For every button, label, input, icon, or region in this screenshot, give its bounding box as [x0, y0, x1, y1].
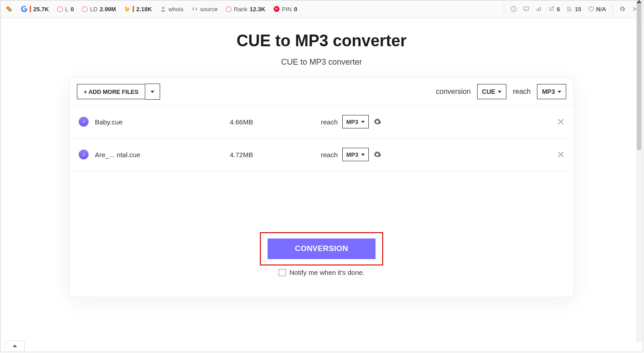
converter-card: + ADD MORE FILES conversion CUE reach MP… — [69, 78, 574, 297]
svg-point-1 — [9, 9, 12, 12]
bing-icon — [124, 6, 130, 12]
tb-heart[interactable]: N/A — [588, 6, 606, 13]
add-more-files-dropdown[interactable] — [145, 84, 160, 100]
extension-toolbar: 25.7K L 0 LD 2.99M 2.18K whois — [0, 0, 643, 18]
svg-rect-5 — [513, 9, 514, 10]
scrollbar-thumb[interactable] — [637, 2, 641, 150]
file-settings-button[interactable] — [373, 118, 381, 126]
tb-external-value: 6 — [557, 6, 560, 13]
tb-ld[interactable]: LD 2.99M — [82, 6, 116, 13]
tb-whois-label: whois — [169, 6, 183, 13]
tb-l[interactable]: L 0 — [57, 6, 74, 13]
tb-rank-value: 12.3K — [250, 6, 265, 13]
heart-icon — [588, 6, 594, 12]
divider — [504, 4, 504, 14]
svg-rect-7 — [524, 7, 529, 10]
file-row: Are_... ntal.cue 4.72MB reach MP3 — [70, 138, 573, 171]
caret-down-icon — [558, 91, 561, 93]
file-remove-button[interactable] — [557, 151, 564, 158]
file-reach-label: reach — [302, 151, 338, 159]
tb-bing[interactable]: 2.18K — [124, 6, 152, 13]
file-remove-button[interactable] — [557, 118, 564, 125]
chevron-up-icon — [13, 344, 17, 347]
so-logo-icon — [5, 5, 13, 13]
circle-icon — [57, 6, 63, 12]
notify-row: Notify me when it's done. — [278, 269, 364, 276]
page-body: CUE to MP3 converter CUE to MP3 converte… — [0, 18, 643, 297]
person-icon — [160, 6, 166, 12]
file-settings-button[interactable] — [373, 150, 381, 159]
code-icon — [192, 6, 198, 12]
file-format-value: MP3 — [346, 151, 358, 158]
file-name: Are_... ntal.cue — [95, 151, 230, 159]
tb-source[interactable]: source — [192, 6, 218, 13]
tb-info[interactable] — [510, 6, 517, 12]
tb-external[interactable]: 6 — [548, 6, 560, 13]
tb-ld-label: LD — [90, 6, 98, 13]
file-size: 4.66MB — [230, 118, 302, 126]
scroll-top-arrow-icon — [636, 0, 642, 3]
tb-bing-value: 2.18K — [136, 6, 152, 13]
tb-heart-value: N/A — [596, 6, 606, 13]
tb-pin-label: PIN — [282, 6, 292, 13]
tb-google[interactable]: 25.7K — [21, 6, 49, 13]
tb-pin-value: 0 — [294, 6, 297, 13]
check-external-icon — [566, 6, 572, 12]
svg-rect-10 — [538, 8, 539, 11]
pinterest-icon — [273, 6, 280, 12]
conversion-highlight-box: CONVERSION — [260, 232, 383, 265]
chart-icon — [536, 6, 542, 12]
file-row: Baby.cue 4.66MB reach MP3 — [70, 106, 573, 138]
circle-icon — [226, 6, 232, 12]
notify-checkbox[interactable] — [278, 269, 286, 276]
add-more-files-button[interactable]: + ADD MORE FILES — [77, 84, 145, 99]
tb-checkext-value: 15 — [575, 6, 581, 13]
music-file-icon — [79, 150, 89, 159]
file-name: Baby.cue — [95, 118, 230, 126]
svg-rect-6 — [513, 8, 514, 8]
google-icon — [21, 6, 27, 12]
card-footer: CONVERSION Notify me when it's done. — [70, 171, 573, 297]
conversion-button[interactable]: CONVERSION — [268, 238, 376, 259]
to-format-select[interactable]: MP3 — [537, 84, 566, 99]
tb-l-label: L — [65, 6, 68, 13]
file-format-select[interactable]: MP3 — [342, 148, 369, 161]
tb-google-value: 25.7K — [33, 6, 49, 13]
tb-pin[interactable]: PIN 0 — [273, 6, 297, 13]
svg-point-3 — [274, 6, 280, 12]
conversion-label: conversion — [436, 88, 470, 96]
svg-rect-11 — [540, 7, 541, 11]
svg-rect-9 — [537, 9, 537, 11]
file-size: 4.72MB — [230, 151, 302, 159]
tb-source-label: source — [200, 6, 218, 13]
tb-chart[interactable] — [536, 6, 542, 12]
info-icon — [510, 6, 517, 12]
bar-icon — [133, 6, 134, 12]
tb-gear[interactable] — [619, 6, 626, 12]
from-format-select[interactable]: CUE — [477, 84, 507, 99]
notify-label: Notify me when it's done. — [289, 269, 364, 276]
file-format-select[interactable]: MP3 — [342, 115, 369, 128]
gear-icon — [619, 6, 626, 12]
circle-icon — [82, 6, 88, 12]
bar-icon — [30, 6, 31, 12]
tb-ld-value: 2.99M — [100, 6, 116, 13]
tb-whois[interactable]: whois — [160, 6, 183, 13]
from-format-value: CUE — [482, 88, 496, 95]
caret-down-icon — [361, 121, 365, 123]
caret-down-icon — [498, 91, 501, 93]
tb-rank-label: Rank — [234, 6, 247, 13]
tb-monitor[interactable] — [523, 6, 529, 12]
svg-rect-8 — [525, 11, 527, 11]
caret-down-icon — [151, 91, 154, 93]
monitor-icon — [523, 6, 529, 12]
expand-tab[interactable] — [5, 340, 25, 351]
vertical-scrollbar[interactable] — [636, 1, 642, 342]
caret-down-icon — [361, 154, 365, 156]
music-file-icon — [79, 117, 89, 127]
external-link-icon — [548, 6, 555, 12]
divider — [613, 4, 613, 14]
tb-checkext[interactable]: 15 — [566, 6, 581, 13]
tb-rank[interactable]: Rank 12.3K — [226, 6, 265, 13]
reach-label: reach — [513, 88, 531, 96]
